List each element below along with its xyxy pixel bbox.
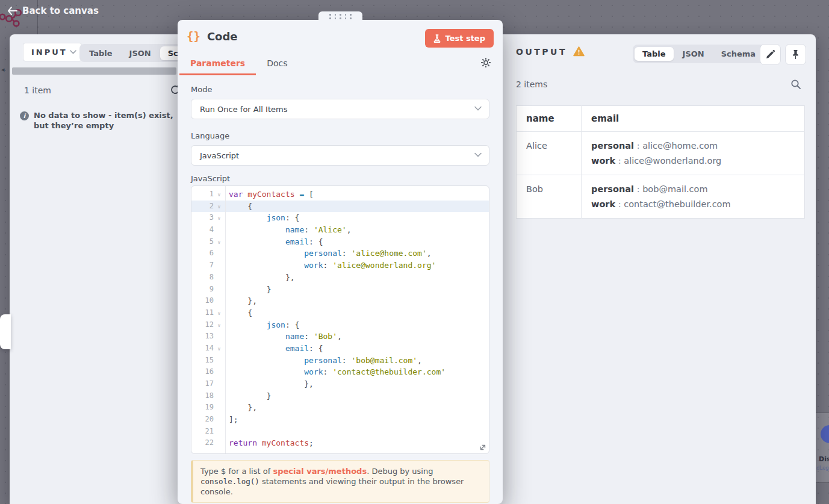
code-line[interactable]: 14∨ email: { <box>191 343 489 355</box>
input-empty-notice: i No data to show - item(s) exist, but t… <box>20 111 181 131</box>
flask-icon <box>433 34 441 43</box>
code-text: work: 'alice@wonderland.org' <box>225 260 436 272</box>
line-number: 15 <box>191 355 214 367</box>
line-number: 19 <box>191 402 214 414</box>
code-text: { <box>225 201 252 213</box>
code-line[interactable]: 11∨ { <box>191 307 489 319</box>
input-tab-table[interactable]: Table <box>81 46 120 60</box>
output-tab-json[interactable]: JSON <box>675 47 712 61</box>
fold-chevron-icon[interactable]: ∨ <box>214 188 225 201</box>
code-line[interactable]: 22return myContacts; <box>191 437 489 449</box>
output-tab-schema[interactable]: Schema <box>713 47 763 61</box>
fold-chevron-icon[interactable]: ∨ <box>214 201 225 213</box>
line-number: 16 <box>191 366 214 378</box>
line-number: 6 <box>191 247 214 260</box>
line-number: 7 <box>191 260 214 272</box>
code-text <box>225 426 229 438</box>
input-panel-collapse-handle[interactable] <box>0 314 11 349</box>
fold-chevron-icon[interactable]: ∨ <box>214 307 225 319</box>
fold-chevron-icon[interactable]: ∨ <box>214 319 225 331</box>
code-line[interactable]: 12∨ json: { <box>191 319 489 331</box>
fold-chevron-icon[interactable]: ∨ <box>214 212 225 224</box>
column-header-email[interactable]: email <box>582 106 805 132</box>
code-line[interactable]: 10 }, <box>191 295 489 307</box>
code-line[interactable]: 21 <box>191 426 489 438</box>
email-key-value: work : contact@thebuilder.com <box>591 199 795 209</box>
test-step-button[interactable]: Test step <box>425 29 494 48</box>
mode-value: Run Once for All Items <box>200 105 287 114</box>
input-selector-dropdown[interactable]: INPUT <box>23 43 82 61</box>
input-horizontal-scrollbar[interactable] <box>12 67 176 75</box>
resize-handle-icon[interactable] <box>479 443 487 452</box>
code-line[interactable]: 13 name: 'Bob', <box>191 331 489 343</box>
fold-gutter <box>214 437 225 449</box>
back-arrow-icon <box>7 7 17 15</box>
code-line[interactable]: 3∨ json: { <box>191 212 489 224</box>
language-label: Language <box>191 131 229 140</box>
code-line[interactable]: 19 }, <box>191 402 489 414</box>
pin-icon <box>791 49 800 60</box>
special-vars-link[interactable]: special vars/methods <box>273 467 367 476</box>
code-text: }, <box>225 378 314 390</box>
output-tab-table[interactable]: Table <box>635 47 674 61</box>
code-line[interactable]: 15 personal: 'bob@mail.com', <box>191 355 489 367</box>
code-text: personal: 'bob@mail.com', <box>225 355 422 367</box>
code-node-modal: {} Code Test step Parameters Docs Mode R… <box>178 20 503 504</box>
code-line[interactable]: 9 } <box>191 284 489 296</box>
line-number: 14 <box>191 343 214 355</box>
line-number: 13 <box>191 331 214 343</box>
code-text: }, <box>225 295 257 307</box>
output-table: name email Alicepersonal : alice@home.co… <box>516 105 805 219</box>
code-line[interactable]: 2∨ { <box>191 201 489 213</box>
line-number: 10 <box>191 295 214 307</box>
gear-icon[interactable] <box>481 58 491 67</box>
pin-data-button[interactable] <box>785 44 806 65</box>
search-icon[interactable] <box>790 79 801 90</box>
language-select[interactable]: JavaScript <box>191 145 489 166</box>
output-panel-title: OUTPUT <box>516 47 567 57</box>
cell-email[interactable]: personal : bob@mail.comwork : contact@th… <box>582 175 805 219</box>
fold-gutter <box>214 260 225 272</box>
tab-parameters[interactable]: Parameters <box>179 55 256 75</box>
mode-select[interactable]: Run Once for All Items <box>191 99 489 119</box>
fold-gutter <box>214 224 225 236</box>
code-editor[interactable]: 1∨var myContacts = [2∨ {3∨ json: {4 name… <box>191 185 489 454</box>
code-text: }, <box>225 272 295 284</box>
code-line[interactable]: 18 } <box>191 390 489 402</box>
code-line[interactable]: 6 personal: 'alice@home.com', <box>191 247 489 260</box>
fold-chevron-icon[interactable]: ∨ <box>214 343 225 355</box>
line-number: 8 <box>191 272 214 284</box>
code-line[interactable]: 4 name: 'Alice', <box>191 224 489 236</box>
line-number: 21 <box>191 426 214 438</box>
code-text: email: { <box>225 236 323 248</box>
code-line[interactable]: 8 }, <box>191 272 489 284</box>
code-line[interactable]: 7 work: 'alice@wonderland.org' <box>191 260 489 272</box>
cell-name[interactable]: Alice <box>517 132 582 175</box>
code-line[interactable]: 16 work: 'contact@thebuilder.com' <box>191 366 489 378</box>
line-number: 5 <box>191 236 214 248</box>
scroll-left-arrow-icon[interactable]: ◂ <box>1 66 5 73</box>
line-number: 20 <box>191 414 214 426</box>
cell-name[interactable]: Bob <box>517 175 582 219</box>
fold-gutter <box>214 390 225 402</box>
tab-docs[interactable]: Docs <box>256 55 298 75</box>
input-panel-title: INPUT <box>31 48 67 57</box>
back-to-canvas-button[interactable]: Back to canvas <box>7 5 99 16</box>
modal-drag-handle[interactable] <box>318 11 362 21</box>
edit-output-button[interactable] <box>760 44 781 65</box>
code-text: var myContacts = [ <box>225 188 314 201</box>
column-header-name[interactable]: name <box>517 106 582 132</box>
code-line[interactable]: 5∨ email: { <box>191 236 489 248</box>
language-value: JavaScript <box>200 151 239 160</box>
hint-text-before: Type $ for a list of <box>200 467 273 476</box>
code-line[interactable]: 17 }, <box>191 378 489 390</box>
fold-chevron-icon[interactable]: ∨ <box>214 236 225 248</box>
email-key-value: personal : bob@mail.com <box>591 184 795 194</box>
code-line[interactable]: 1∨var myContacts = [ <box>191 188 489 201</box>
line-number: 2 <box>191 201 214 213</box>
input-tab-json[interactable]: JSON <box>122 46 159 60</box>
editor-hint-callout: Type $ for a list of special vars/method… <box>191 460 489 503</box>
cell-email[interactable]: personal : alice@home.comwork : alice@wo… <box>582 132 805 175</box>
code-line[interactable]: 20]; <box>191 414 489 426</box>
code-braces-icon: {} <box>187 30 200 43</box>
